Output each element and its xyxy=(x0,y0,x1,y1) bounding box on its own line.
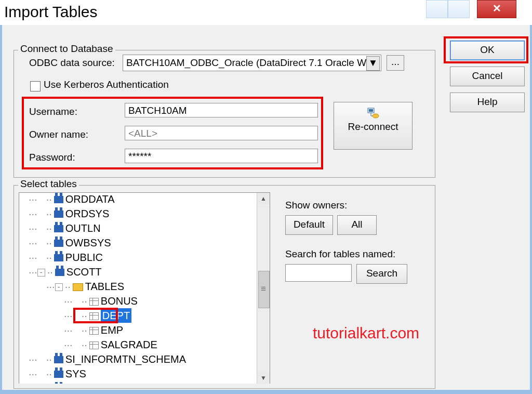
tables-tree[interactable]: ·····ORDDATA·····ORDSYS·····OUTLN·····OW… xyxy=(19,192,270,384)
tree-item-label: SYS xyxy=(65,368,86,379)
tree-item-label: PUBLIC xyxy=(65,252,103,263)
search-tables-input[interactable] xyxy=(285,264,352,282)
tree-item-public[interactable]: ·····PUBLIC xyxy=(19,250,256,265)
tree-item-label: BONUS xyxy=(101,295,138,307)
dialog-body: OK Cancel Help Connect to Database ODBC … xyxy=(0,25,532,394)
tree-item-tables[interactable]: ···-··TABLES xyxy=(19,279,256,294)
tree-item-label: OWBSYS xyxy=(65,237,111,248)
search-tables-button[interactable]: Search xyxy=(356,264,407,284)
kerberos-label: Use Kerberos Authentication xyxy=(44,79,169,90)
tree-connector: ·· xyxy=(82,323,87,337)
scroll-down-icon: ▼ xyxy=(257,372,270,384)
tree-item-si_informtn_schema[interactable]: ·····SI_INFORMTN_SCHEMA xyxy=(19,352,256,366)
tree-item-label: EMP xyxy=(101,324,123,336)
tree-connector: ··· xyxy=(64,308,73,323)
tree-item-label: SI_INFORMTN_SCHEMA xyxy=(65,353,186,365)
show-owners-all-button[interactable]: All xyxy=(337,215,377,235)
kerberos-checkbox[interactable] xyxy=(30,81,41,91)
connect-legend: Connect to Database xyxy=(18,43,115,55)
tree-item-label: OUTLN xyxy=(65,222,101,234)
odbc-label: ODBC data source: xyxy=(29,57,115,69)
tree-connector: ·· xyxy=(46,235,52,250)
tree-connector: ·· xyxy=(46,366,52,381)
show-owners-default-button[interactable]: Default xyxy=(285,215,333,235)
tree-scrollbar[interactable]: ▲ ▼ xyxy=(257,193,270,384)
tree-item-dept[interactable]: ·····DEPT xyxy=(19,308,256,323)
reconnect-icon xyxy=(367,108,379,119)
tree-connector: ·· xyxy=(82,337,87,352)
help-button[interactable]: Help xyxy=(450,93,525,112)
password-input[interactable]: ****** xyxy=(125,149,318,163)
reconnect-label: Re-connect xyxy=(348,121,398,132)
tree-item-sysman[interactable]: ·····SYSMAN xyxy=(19,381,256,384)
collapse-icon[interactable]: - xyxy=(55,283,63,291)
tree-item-salgrade[interactable]: ·····SALGRADE xyxy=(19,337,256,352)
tree-connector: ·· xyxy=(47,265,53,279)
tree-connector: ··· xyxy=(29,235,37,250)
folder-icon xyxy=(73,283,83,291)
tree-connector: ··· xyxy=(29,366,37,381)
tree-connector: ··· xyxy=(46,279,55,294)
svg-point-2 xyxy=(373,114,379,118)
maximize-button[interactable] xyxy=(448,0,470,18)
username-input[interactable]: BATCH10AM xyxy=(125,103,318,117)
title-bar: Import Tables ✕ xyxy=(0,0,532,25)
tree-connector: ··· xyxy=(29,352,37,366)
tree-item-orddata[interactable]: ·····ORDDATA xyxy=(19,192,256,206)
tree-item-bonus[interactable]: ·····BONUS xyxy=(19,294,256,308)
tree-connector: ··· xyxy=(29,381,37,384)
tree-connector: ··· xyxy=(29,221,37,235)
tree-connector: ·· xyxy=(46,381,52,384)
scroll-up-icon: ▲ xyxy=(257,193,270,204)
tree-connector: ·· xyxy=(65,279,71,294)
tree-connector: ··· xyxy=(64,337,73,352)
collapse-icon[interactable]: - xyxy=(37,269,45,277)
owner-label: Owner name: xyxy=(29,129,88,140)
tree-item-outln[interactable]: ·····OUTLN xyxy=(19,221,256,235)
table-icon xyxy=(89,327,99,335)
reconnect-button[interactable]: Re-connect xyxy=(334,102,413,150)
owner-icon xyxy=(54,254,63,261)
tree-item-label: ORDSYS xyxy=(65,208,109,219)
odbc-data-source-select[interactable]: BATCH10AM_ODBC_Oracle (DataDirect 7.1 Or… xyxy=(123,55,381,71)
tree-item-emp[interactable]: ·····EMP xyxy=(19,323,256,337)
owner-icon xyxy=(54,225,63,232)
cancel-button[interactable]: Cancel xyxy=(450,67,525,86)
owner-name-input[interactable]: <ALL> xyxy=(125,126,318,140)
tree-connector: ·· xyxy=(46,250,52,265)
owner-icon xyxy=(54,356,63,363)
window-title: Import Tables xyxy=(4,3,98,21)
ok-button[interactable]: OK xyxy=(450,41,525,60)
tree-item-label: TABLES xyxy=(85,281,124,292)
scroll-thumb[interactable] xyxy=(258,271,270,308)
tree-item-label: SCOTT xyxy=(66,266,102,278)
tree-item-scott[interactable]: ···-··SCOTT xyxy=(19,265,256,279)
tree-item-label: ORDDATA xyxy=(65,193,115,205)
tree-connector: ·· xyxy=(46,192,52,206)
tree-item-sys[interactable]: ·····SYS xyxy=(19,366,256,381)
tree-connector: ·· xyxy=(46,352,52,366)
minimize-button[interactable] xyxy=(426,0,448,18)
table-icon xyxy=(89,342,99,349)
table-icon xyxy=(89,312,99,320)
odbc-browse-button[interactable]: ... xyxy=(387,55,404,71)
tree-item-label: DEPT xyxy=(101,308,131,323)
tree-connector: ··· xyxy=(29,206,37,221)
table-icon xyxy=(89,298,99,306)
show-owners-label: Show owners: xyxy=(285,200,347,211)
username-label: Username: xyxy=(29,106,77,117)
tree-connector: ·· xyxy=(46,221,52,235)
tree-item-owbsys[interactable]: ·····OWBSYS xyxy=(19,235,256,250)
close-icon: ✕ xyxy=(477,1,516,16)
tree-connector: ··· xyxy=(29,265,37,279)
owner-icon xyxy=(54,240,63,247)
search-tables-label: Search for tables named: xyxy=(285,248,395,260)
tree-connector: ··· xyxy=(64,294,73,308)
tree-connector: ·· xyxy=(46,206,52,221)
tree-item-ordsys[interactable]: ·····ORDSYS xyxy=(19,206,256,221)
close-button[interactable]: ✕ xyxy=(477,0,516,18)
password-label: Password: xyxy=(29,152,75,163)
tree-item-label: SALGRADE xyxy=(101,339,157,350)
owner-icon xyxy=(54,371,63,378)
chevron-down-icon: ▼ xyxy=(366,56,380,71)
